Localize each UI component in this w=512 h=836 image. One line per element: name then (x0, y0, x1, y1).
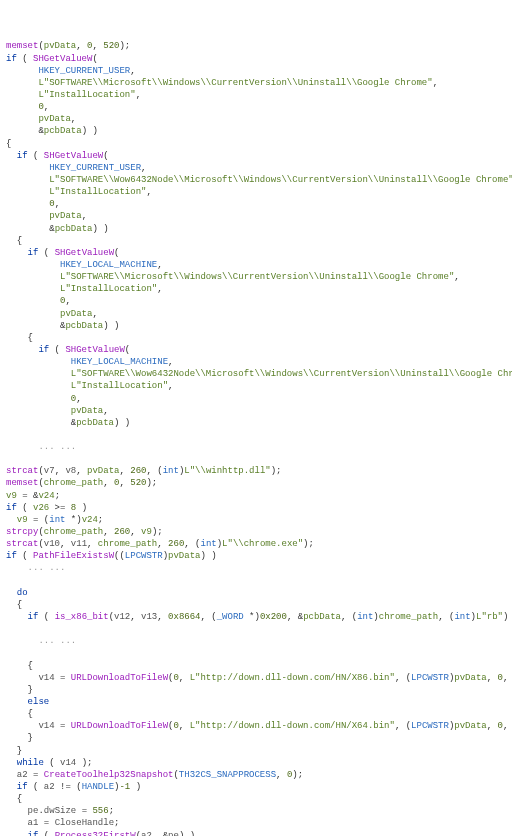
code-block: memset(pvData, 0, 520); if ( SHGetValueW… (6, 40, 506, 836)
